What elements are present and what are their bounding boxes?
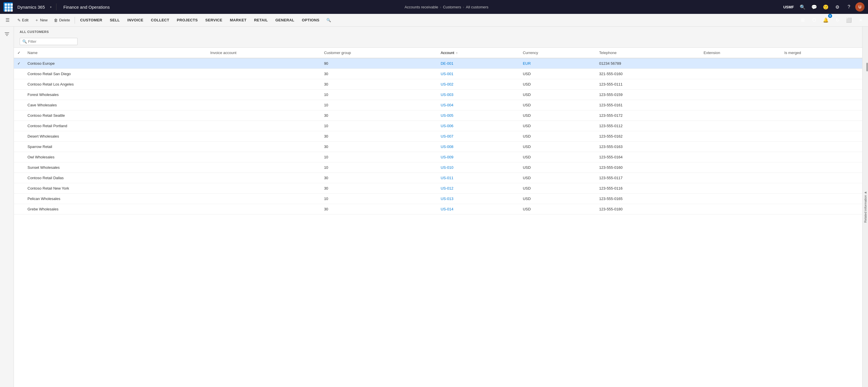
row-currency[interactable]: EUR	[519, 58, 596, 69]
chat-icon-btn[interactable]: 💬	[809, 2, 819, 12]
menu-customer[interactable]: CUSTOMER	[77, 16, 106, 24]
row-currency[interactable]: USD	[519, 204, 596, 214]
row-account[interactable]: US-007	[437, 131, 519, 142]
row-account[interactable]: US-009	[437, 152, 519, 163]
row-check[interactable]	[14, 79, 24, 90]
table-row[interactable]: Sparrow Retail30US-008USD123-555-0163	[14, 142, 862, 152]
row-name[interactable]: Contoso Retail New York	[24, 183, 207, 194]
search-icon-btn[interactable]: 🔍	[797, 2, 808, 12]
row-name[interactable]: Pelican Wholesales	[24, 194, 207, 204]
table-row[interactable]: Grebe Wholesales30US-014USD123-555-0180	[14, 204, 862, 214]
row-account[interactable]: US-013	[437, 194, 519, 204]
row-name[interactable]: Contoso Retail Portland	[24, 121, 207, 131]
refresh-btn[interactable]: ↻	[832, 15, 842, 26]
row-name[interactable]: Cave Wholesales	[24, 100, 207, 110]
row-check[interactable]	[14, 110, 24, 121]
row-check[interactable]	[14, 131, 24, 142]
row-currency[interactable]: USD	[519, 121, 596, 131]
row-name[interactable]: Sparrow Retail	[24, 142, 207, 152]
col-is-merged[interactable]: Is merged	[781, 48, 862, 58]
filter-input-wrap[interactable]: 🔍	[20, 38, 78, 45]
table-row[interactable]: Contoso Retail Dallas30US-011USD123-555-…	[14, 173, 862, 183]
avatar[interactable]: U	[855, 2, 865, 11]
breadcrumb-item-3[interactable]: All customers	[466, 5, 488, 9]
col-telephone[interactable]: Telephone	[596, 48, 700, 58]
row-account[interactable]: US-003	[437, 90, 519, 100]
row-currency[interactable]: USD	[519, 163, 596, 173]
col-currency[interactable]: Currency	[519, 48, 596, 58]
row-name[interactable]: Forest Wholesales	[24, 90, 207, 100]
col-name[interactable]: Name	[24, 48, 207, 58]
waffle-icon[interactable]	[3, 2, 13, 11]
face-icon-btn[interactable]: 🙂	[820, 2, 831, 12]
row-account[interactable]: US-011	[437, 173, 519, 183]
table-row[interactable]: Owl Wholesales10US-009USD123-555-0164	[14, 152, 862, 163]
row-name[interactable]: Owl Wholesales	[24, 152, 207, 163]
row-account[interactable]: US-014	[437, 204, 519, 214]
row-currency[interactable]: USD	[519, 142, 596, 152]
row-name[interactable]: Contoso Retail Dallas	[24, 173, 207, 183]
menu-general[interactable]: GENERAL	[272, 16, 298, 24]
row-currency[interactable]: USD	[519, 100, 596, 110]
filter-btn[interactable]	[2, 29, 12, 39]
row-check[interactable]	[14, 152, 24, 163]
row-currency[interactable]: USD	[519, 131, 596, 142]
close-btn[interactable]: ✕	[855, 15, 866, 26]
row-account[interactable]: US-002	[437, 79, 519, 90]
row-name[interactable]: Contoso Retail Seattle	[24, 110, 207, 121]
table-row[interactable]: Contoso Retail San Diego30US-001USD321-5…	[14, 69, 862, 79]
search-filter-btn[interactable]: 🔍	[323, 16, 334, 24]
header-check[interactable]: ✓	[18, 50, 21, 55]
row-account[interactable]: DE-001	[437, 58, 519, 69]
row-account[interactable]: US-005	[437, 110, 519, 121]
table-row[interactable]: Desert Wholesales30US-007USD123-555-0162	[14, 131, 862, 142]
settings-icon-btn[interactable]: ⚙	[832, 2, 842, 12]
row-name[interactable]: Contoso Europe	[24, 58, 207, 69]
row-currency[interactable]: USD	[519, 79, 596, 90]
help-icon-btn[interactable]: ?	[844, 2, 854, 12]
col-invoice-account[interactable]: Invoice account	[207, 48, 320, 58]
row-check[interactable]	[14, 194, 24, 204]
col-account[interactable]: Account ↑	[437, 48, 519, 58]
row-name[interactable]: Sunset Wholesales	[24, 163, 207, 173]
col-extension[interactable]: Extension	[700, 48, 781, 58]
table-row[interactable]: Pelican Wholesales10US-013USD123-555-016…	[14, 194, 862, 204]
row-account[interactable]: US-001	[437, 69, 519, 79]
row-check[interactable]	[14, 173, 24, 183]
row-name[interactable]: Contoso Retail Los Angeles	[24, 79, 207, 90]
brand-chevron-icon[interactable]: ▾	[50, 5, 52, 9]
hamburger-menu-btn[interactable]: ☰	[2, 15, 13, 26]
row-check[interactable]	[14, 142, 24, 152]
row-check[interactable]	[14, 183, 24, 194]
row-check[interactable]: ✓	[14, 58, 24, 69]
office-icon-btn[interactable]: O	[809, 15, 819, 26]
table-row[interactable]: Contoso Retail New York30US-012USD123-55…	[14, 183, 862, 194]
scrollbar-thumb[interactable]	[866, 63, 868, 71]
row-check[interactable]	[14, 121, 24, 131]
row-currency[interactable]: USD	[519, 173, 596, 183]
row-account[interactable]: US-004	[437, 100, 519, 110]
row-check[interactable]	[14, 163, 24, 173]
row-account[interactable]: US-010	[437, 163, 519, 173]
row-currency[interactable]: USD	[519, 69, 596, 79]
brand-label[interactable]: Dynamics 365	[15, 5, 47, 9]
menu-service[interactable]: SERVICE	[202, 16, 226, 24]
breadcrumb-item-1[interactable]: Accounts receivable	[404, 5, 438, 9]
row-account[interactable]: US-008	[437, 142, 519, 152]
breadcrumb-item-2[interactable]: Customers	[443, 5, 461, 9]
row-account[interactable]: US-012	[437, 183, 519, 194]
row-check[interactable]	[14, 69, 24, 79]
row-name[interactable]: Desert Wholesales	[24, 131, 207, 142]
row-check[interactable]	[14, 204, 24, 214]
menu-market[interactable]: MARKET	[226, 16, 250, 24]
row-currency[interactable]: USD	[519, 152, 596, 163]
row-currency[interactable]: USD	[519, 183, 596, 194]
table-row[interactable]: ✓Contoso Europe90DE-001EUR01234 56789	[14, 58, 862, 69]
menu-invoice[interactable]: INVOICE	[124, 16, 147, 24]
filter-input[interactable]	[28, 39, 75, 44]
right-panel[interactable]: ◀ Related information	[862, 27, 868, 387]
table-row[interactable]: Sunset Wholesales10US-010USD123-555-0160	[14, 163, 862, 173]
new-button[interactable]: ＋ New	[32, 16, 50, 25]
row-currency[interactable]: USD	[519, 110, 596, 121]
menu-sell[interactable]: SELL	[106, 16, 123, 24]
